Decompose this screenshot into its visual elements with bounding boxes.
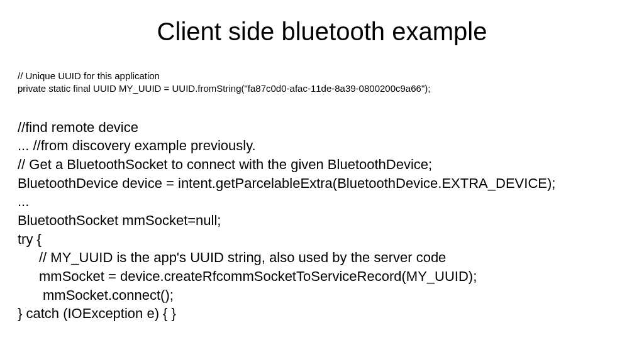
code-line: // Get a BluetoothSocket to connect with… — [18, 155, 644, 174]
code-line-uuid: private static final UUID MY_UUID = UUID… — [18, 82, 644, 95]
code-line: //find remote device — [18, 118, 644, 137]
code-line: } catch (IOException e) { } — [18, 304, 644, 323]
code-line: ... //from discovery example previously. — [18, 136, 644, 155]
code-line-indented: mmSocket = device.createRfcommSocketToSe… — [18, 267, 644, 286]
slide-container: Client side bluetooth example // Unique … — [0, 18, 644, 362]
code-line: try { — [18, 230, 644, 249]
code-line-indented: // MY_UUID is the app's UUID string, als… — [18, 248, 644, 267]
code-line-indented: mmSocket.connect(); — [18, 286, 644, 305]
code-line: ... — [18, 192, 644, 211]
uuid-comment-block: // Unique UUID for this application priv… — [0, 70, 644, 96]
code-line-comment: // Unique UUID for this application — [18, 70, 644, 82]
code-line: BluetoothDevice device = intent.getParce… — [18, 174, 644, 193]
code-line: BluetoothSocket mmSocket=null; — [18, 211, 644, 230]
code-body-block: //find remote device ... //from discover… — [0, 118, 644, 324]
slide-title: Client side bluetooth example — [0, 18, 644, 46]
